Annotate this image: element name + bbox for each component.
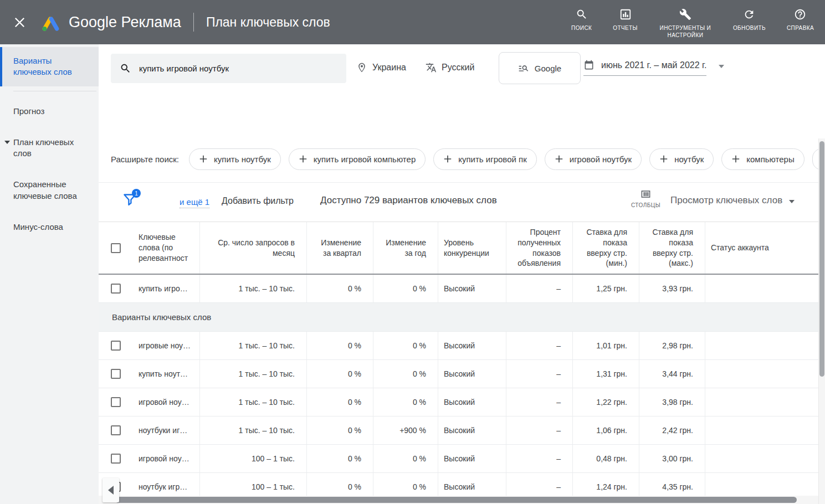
cell-searches: 1 тыс. – 10 тыс.: [199, 275, 306, 302]
sidebar-item-negative-keywords[interactable]: Минус-слова: [0, 212, 99, 243]
cell-keyword: купить игро…: [133, 275, 199, 302]
horizontal-scrollbar-thumb[interactable]: [115, 497, 797, 503]
network-search-icon: [518, 63, 529, 74]
row-checkbox[interactable]: [111, 425, 121, 435]
location-pin-icon: [356, 62, 367, 73]
cell-status: [705, 416, 819, 444]
section-row: Варианты ключевых слов: [99, 303, 819, 332]
cell-impr-share: –: [506, 360, 572, 388]
header-change-quarter[interactable]: Изменение за квартал: [306, 222, 373, 274]
header-impression-share[interactable]: Процент полученных показов объявления: [506, 222, 572, 274]
columns-icon: [640, 189, 652, 199]
row-checkbox[interactable]: [111, 284, 121, 294]
header-checkbox-cell: [99, 222, 133, 274]
close-button[interactable]: [14, 17, 25, 28]
cell-bid-max: 2,42 грн.: [639, 416, 705, 444]
cell-searches: 1 тыс. – 10 тыс.: [199, 388, 306, 416]
sidebar-item-forecast[interactable]: Прогноз: [0, 96, 99, 127]
table-row: игровой ноу…100 – 1 тыс.0 %0 %Высокий–0,…: [99, 445, 819, 473]
header-avg-searches[interactable]: Ср. число запросов в месяц: [199, 222, 306, 274]
row-checkbox[interactable]: [111, 369, 121, 379]
cell-bid-max: 2,98 грн.: [639, 332, 705, 359]
cell-bid-max: 3,00 грн.: [639, 445, 705, 472]
network-selector[interactable]: Google: [499, 52, 581, 84]
add-filter-button[interactable]: Добавить фильтр: [222, 196, 294, 206]
view-selector[interactable]: Просмотр ключевых слов: [670, 195, 795, 206]
sidebar-item-keyword-ideas[interactable]: Варианты ключевых слов: [0, 47, 99, 86]
table-header: Ключевые слова (по релевантност Ср. числ…: [99, 222, 819, 275]
cell-status: [705, 275, 819, 302]
vertical-scrollbar[interactable]: [818, 138, 825, 504]
keyword-chip[interactable]: компьютеры: [721, 148, 804, 170]
location-selector[interactable]: Украина: [356, 62, 406, 73]
cell-change-year: 0 %: [373, 275, 438, 302]
cell-status: [705, 445, 819, 472]
table-row: игровые ноу…1 тыс. – 10 тыс.0 %0 %Высоки…: [99, 332, 819, 360]
reports-action-button[interactable]: ОТЧЕТЫ: [613, 8, 638, 32]
plus-icon: [659, 155, 668, 163]
header-change-year[interactable]: Изменение за год: [373, 222, 438, 274]
cell-keyword: игровые ноу…: [133, 332, 199, 359]
cell-impr-share: –: [506, 275, 572, 302]
cell-bid-min: 0,48 грн.: [572, 445, 639, 472]
keyword-search-input[interactable]: [139, 64, 337, 73]
horizontal-scrollbar[interactable]: [99, 496, 819, 504]
row-checkbox[interactable]: [111, 397, 121, 407]
cell-change-quarter: 0 %: [306, 275, 373, 302]
date-range-selector[interactable]: июнь 2021 г. – май 2022 г.: [583, 60, 724, 76]
columns-button[interactable]: СТОЛБЦЫ: [625, 189, 667, 208]
tools-settings-button[interactable]: ИНСТРУМЕНТЫ И НАСТРОЙКИ: [659, 8, 712, 39]
header-competition[interactable]: Уровень конкуренции: [438, 222, 506, 274]
row-checkbox-cell: [99, 416, 133, 444]
header-bid-min[interactable]: Ставка для показа вверху стр. (мин.): [572, 222, 639, 274]
keyword-chip[interactable]: купить ноутбук: [189, 148, 281, 170]
row-checkbox-cell: [99, 445, 133, 472]
cell-change-year: 0 %: [373, 360, 438, 388]
calendar-icon: [583, 60, 595, 71]
sidebar: Варианты ключевых слов Прогноз План ключ…: [0, 44, 99, 504]
header-bid-max[interactable]: Ставка для показа вверху стр. (макс.): [639, 222, 705, 274]
plus-icon: [443, 155, 452, 163]
translate-icon: [426, 62, 437, 73]
search-action-button[interactable]: ПОИСК: [571, 8, 592, 32]
refresh-button[interactable]: ОБНОВИТЬ: [733, 8, 766, 32]
filter-bar: 1 и ещё 1 Добавить фильтр Доступно 729 в…: [99, 183, 825, 222]
cell-competition: Высокий: [438, 360, 506, 388]
row-checkbox[interactable]: [111, 454, 121, 464]
help-button[interactable]: СПРАВКА: [787, 8, 814, 32]
cell-keyword: игровой ноу…: [133, 445, 199, 472]
more-filters-link[interactable]: и ещё 1: [180, 197, 209, 208]
language-selector[interactable]: Русский: [426, 62, 474, 73]
cell-impr-share: –: [506, 332, 572, 359]
row-checkbox[interactable]: [111, 341, 121, 351]
vertical-scrollbar-thumb[interactable]: [819, 141, 824, 377]
keyword-chip[interactable]: ноутбук: [649, 148, 714, 170]
cell-change-year: 0 %: [373, 388, 438, 416]
cell-bid-max: 3,93 грн.: [639, 275, 705, 302]
filter-button[interactable]: 1: [121, 191, 140, 210]
sidebar-divider: [13, 91, 96, 91]
plus-icon: [199, 155, 208, 163]
keyword-chip[interactable]: купить игровой компьютер: [289, 148, 426, 170]
sidebar-item-saved-keywords[interactable]: Сохраненные ключевые слова: [0, 169, 99, 212]
cell-searches: 1 тыс. – 10 тыс.: [199, 360, 306, 388]
row-checkbox-cell: [99, 360, 133, 388]
sidebar-item-keyword-plan[interactable]: План ключевых слов: [0, 127, 99, 169]
keyword-chip[interactable]: купить игровой пк: [433, 148, 537, 170]
chevron-down-icon: [789, 200, 795, 203]
header-keyword[interactable]: Ключевые слова (по релевантност: [133, 222, 199, 274]
select-all-checkbox[interactable]: [111, 243, 121, 253]
row-checkbox-cell: [99, 275, 133, 302]
topbar-actions: ПОИСК ОТЧЕТЫ ИНСТРУМЕНТЫ И НАСТРОЙКИ ОБН…: [571, 6, 814, 39]
cell-change-quarter: 0 %: [306, 332, 373, 359]
close-icon: [14, 17, 25, 28]
topbar-divider: [193, 13, 194, 32]
help-icon: [794, 8, 806, 20]
available-keywords-count: Доступно 729 вариантов ключевых слов: [320, 195, 497, 206]
cell-change-quarter: 0 %: [306, 416, 373, 444]
scroll-left-button[interactable]: [103, 478, 119, 502]
expand-search-row: Расширьте поиск: купить ноутбук купить и…: [99, 136, 825, 183]
keyword-chip[interactable]: игровой ноутбук: [545, 148, 642, 170]
cell-change-year: +900 %: [373, 416, 438, 444]
header-account-status[interactable]: Статус аккаунта: [705, 222, 819, 274]
